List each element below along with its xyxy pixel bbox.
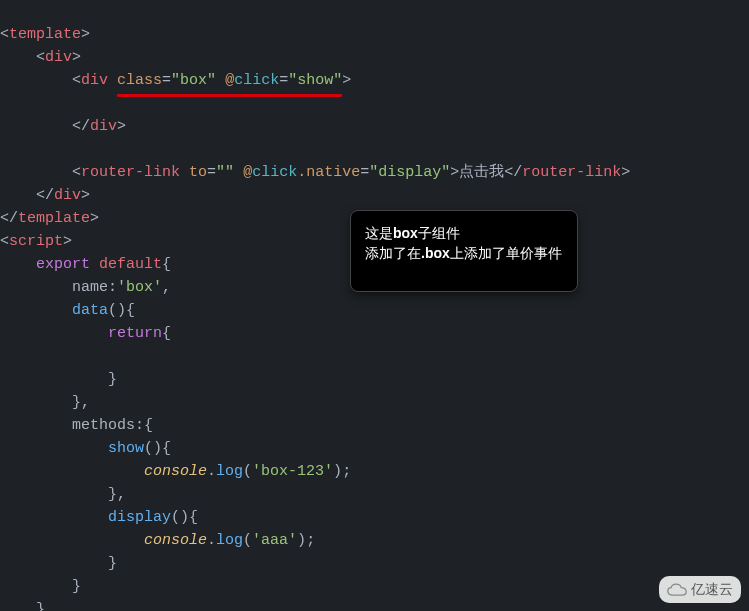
indent	[0, 302, 72, 319]
at-sign: @	[225, 72, 234, 89]
brace: {	[162, 440, 171, 457]
tooltip-line-1: 这是box子组件	[365, 223, 563, 243]
bracket: >	[450, 164, 459, 181]
indent	[0, 509, 108, 526]
bracket: <	[0, 233, 9, 250]
bracket: </	[504, 164, 522, 181]
tooltip-line-2: 添加了在.box上添加了单价事件	[365, 243, 563, 263]
string-aaa: 'aaa'	[252, 532, 297, 549]
indent	[0, 325, 108, 342]
bracket: >	[72, 49, 81, 66]
val-show: "show"	[288, 72, 342, 89]
paren: (	[243, 463, 252, 480]
brace: }	[36, 601, 45, 611]
indent	[0, 256, 36, 273]
indent	[0, 371, 108, 388]
prop-name: name	[72, 279, 108, 296]
code-block: <template> <div> <div class="box" @click…	[0, 0, 749, 611]
tooltip-bold: .box	[421, 245, 450, 261]
indent	[0, 118, 72, 135]
tooltip-text: 这是	[365, 225, 393, 241]
brace: }	[108, 486, 117, 503]
tag-template: template	[18, 210, 90, 227]
tag-script: script	[9, 233, 63, 250]
indent	[0, 532, 144, 549]
tooltip-bold: box	[393, 225, 418, 241]
paren: ()	[171, 509, 189, 526]
paren: )	[297, 532, 306, 549]
cloud-icon	[667, 583, 687, 597]
tooltip-box: 这是box子组件 添加了在.box上添加了单价事件	[350, 210, 578, 292]
equal: =	[279, 72, 288, 89]
space	[90, 256, 99, 273]
indent	[0, 440, 108, 457]
indent	[0, 486, 108, 503]
highlighted-attrs: class="box" @click="show"	[117, 69, 342, 92]
prop-methods: methods	[72, 417, 135, 434]
paren: ()	[108, 302, 126, 319]
indent	[0, 72, 72, 89]
fn-show: show	[108, 440, 144, 457]
colon: :	[135, 417, 144, 434]
indent	[0, 187, 36, 204]
dot: .	[207, 532, 216, 549]
bracket: >	[81, 26, 90, 43]
colon: :	[108, 279, 117, 296]
brace: }	[108, 555, 117, 572]
bracket: >	[117, 118, 126, 135]
dot: .	[297, 164, 306, 181]
brace: {	[162, 256, 171, 273]
val-empty: ""	[216, 164, 234, 181]
watermark-text: 亿速云	[691, 578, 733, 601]
paren: (	[243, 532, 252, 549]
method-log: log	[216, 532, 243, 549]
string-box123: 'box-123'	[252, 463, 333, 480]
tag-template: template	[9, 26, 81, 43]
equal: =	[162, 72, 171, 89]
equal: =	[207, 164, 216, 181]
brace: {	[144, 417, 153, 434]
tag-div: div	[90, 118, 117, 135]
fn-data: data	[72, 302, 108, 319]
bracket: <	[36, 49, 45, 66]
bracket: >	[342, 72, 351, 89]
brace: {	[126, 302, 135, 319]
keyword-return: return	[108, 325, 162, 342]
attr-class: class	[117, 72, 162, 89]
indent	[0, 394, 72, 411]
space	[108, 72, 117, 89]
indent	[0, 279, 72, 296]
indent	[0, 49, 36, 66]
brace: }	[72, 578, 81, 595]
space	[180, 164, 189, 181]
bracket: >	[81, 187, 90, 204]
tooltip-text: 添加了在	[365, 245, 421, 261]
comma: ,	[81, 394, 90, 411]
bracket: >	[621, 164, 630, 181]
brace: {	[162, 325, 171, 342]
brace: }	[108, 371, 117, 388]
indent	[0, 578, 72, 595]
indent	[0, 555, 108, 572]
paren: ()	[144, 440, 162, 457]
watermark: 亿速云	[659, 576, 741, 603]
comma: ,	[162, 279, 171, 296]
indent	[0, 417, 72, 434]
val-box: "box"	[171, 72, 216, 89]
tag-div: div	[54, 187, 81, 204]
string-box: 'box'	[117, 279, 162, 296]
modifier-native: native	[306, 164, 360, 181]
dot: .	[207, 463, 216, 480]
tag-router-link: router-link	[81, 164, 180, 181]
tag-div: div	[45, 49, 72, 66]
bracket: </	[72, 118, 90, 135]
bracket: <	[72, 72, 81, 89]
bracket: >	[90, 210, 99, 227]
bracket: </	[36, 187, 54, 204]
brace: {	[189, 509, 198, 526]
bracket: <	[0, 26, 9, 43]
brace: }	[72, 394, 81, 411]
indent	[0, 463, 144, 480]
bracket: >	[63, 233, 72, 250]
tag-div: div	[81, 72, 108, 89]
